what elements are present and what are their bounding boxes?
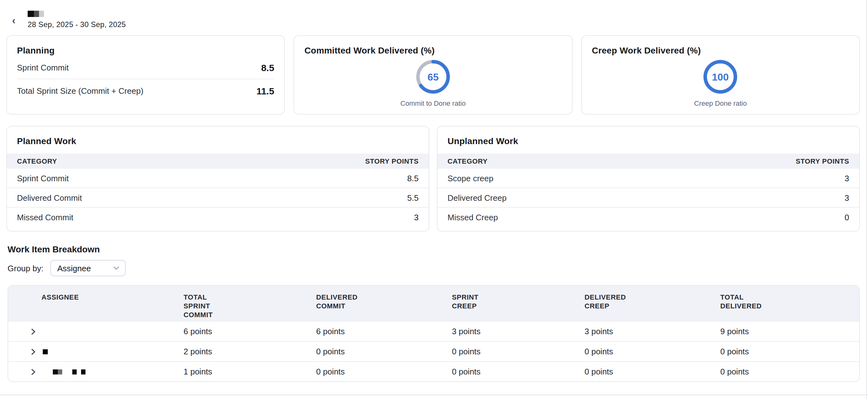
cell-sprint-creep: 3 points <box>452 326 585 336</box>
breakdown-table: ASSIGNEE TOTAL SPRINT COMMIT DELIVERED C… <box>7 285 860 382</box>
chevron-right-icon <box>30 348 36 354</box>
row-category: Missed Commit <box>17 212 73 222</box>
work-item-breakdown-title: Work Item Breakdown <box>7 244 860 254</box>
planned-work-card: Planned Work CATEGORY STORY POINTS Sprin… <box>6 126 429 232</box>
group-by-select[interactable]: Assignee <box>50 260 126 276</box>
row-points: 8.5 <box>407 173 418 183</box>
cell-delivered-creep: 0 points <box>585 347 720 356</box>
row-points: 5.5 <box>407 193 418 202</box>
breakdown-table-header: ASSIGNEE TOTAL SPRINT COMMIT DELIVERED C… <box>8 286 859 321</box>
col-category: CATEGORY <box>447 157 488 165</box>
row-category: Missed Creep <box>447 212 498 222</box>
unplanned-work-card: Unplanned Work CATEGORY STORY POINTS Sco… <box>437 126 860 232</box>
planned-work-header: CATEGORY STORY POINTS <box>7 153 429 169</box>
planned-work-title: Planned Work <box>7 126 429 153</box>
row-points: 3 <box>414 212 418 222</box>
expand-row-button[interactable] <box>25 348 41 354</box>
scroll-edge-line <box>866 0 867 399</box>
creep-work-card: Creep Work Delivered (%) 100 Creep Done … <box>581 35 860 115</box>
assignee-redacted <box>41 349 184 354</box>
gauge-value: 100 <box>712 72 729 83</box>
col-story-points: STORY POINTS <box>365 157 418 165</box>
row-points: 0 <box>845 212 849 222</box>
assignee-redacted <box>41 369 184 374</box>
row-category: Delivered Creep <box>447 193 506 202</box>
chevron-down-icon <box>113 265 119 271</box>
committed-work-gauge: 65 <box>414 58 452 96</box>
metric-label: Total Sprint Size (Commit + Creep) <box>17 86 143 95</box>
planning-card-title: Planning <box>17 45 274 55</box>
planning-card: Planning Sprint Commit 8.5 Total Sprint … <box>6 35 285 115</box>
row-category: Sprint Commit <box>17 173 69 183</box>
metric-value: 8.5 <box>261 62 274 73</box>
table-row: Delivered Creep 3 <box>437 188 859 208</box>
cell-sprint-creep: 0 points <box>452 347 585 356</box>
sprint-title-redacted <box>28 11 126 17</box>
unplanned-work-title: Unplanned Work <box>437 126 859 153</box>
gauge-caption: Creep Done ratio <box>694 99 747 107</box>
chevron-right-icon <box>30 328 36 335</box>
cell-total-delivered: 0 points <box>720 367 859 376</box>
table-row: Missed Commit 3 <box>7 208 429 227</box>
chevron-right-icon <box>30 369 36 375</box>
table-row: Scope creep 3 <box>437 169 859 188</box>
metric-row-sprint-commit: Sprint Commit 8.5 <box>17 56 274 79</box>
creep-work-gauge: 100 <box>702 58 740 96</box>
col-assignee: ASSIGNEE <box>41 293 91 302</box>
cell-delivered-creep: 0 points <box>585 367 720 376</box>
col-total-sprint-commit: TOTAL SPRINT COMMIT <box>184 293 232 319</box>
cell-sprint-creep: 0 points <box>452 367 585 376</box>
cell-delivered-commit: 6 points <box>316 326 452 336</box>
col-category: CATEGORY <box>17 157 57 165</box>
committed-work-card: Committed Work Delivered (%) 65 Commit t… <box>294 35 572 115</box>
row-points: 3 <box>845 173 849 183</box>
metric-row-total-sprint-size: Total Sprint Size (Commit + Creep) 11.5 <box>17 79 274 102</box>
metric-label: Sprint Commit <box>17 63 69 72</box>
cell-delivered-commit: 0 points <box>316 367 452 376</box>
committed-work-card-title: Committed Work Delivered (%) <box>305 45 562 55</box>
col-story-points: STORY POINTS <box>796 157 849 165</box>
breakdown-row: 2 points 0 points 0 points 0 points 0 po… <box>8 341 859 361</box>
col-delivered-commit: DELIVERED COMMIT <box>316 293 365 310</box>
row-category: Delivered Commit <box>17 193 82 202</box>
breakdown-row: 6 points 6 points 3 points 3 points 9 po… <box>8 321 859 341</box>
table-row: Sprint Commit 8.5 <box>7 169 429 188</box>
bottom-divider <box>0 395 868 395</box>
sprint-report-page: ‹ 28 Sep, 2025 - 30 Sep, 2025 Planning S… <box>0 0 868 399</box>
col-total-delivered: TOTAL DELIVERED <box>720 293 769 310</box>
table-row: Delivered Commit 5.5 <box>7 188 429 208</box>
gauge-value: 65 <box>427 72 439 83</box>
row-category: Scope creep <box>447 173 493 183</box>
expand-row-button[interactable] <box>25 328 41 335</box>
cell-total-delivered: 0 points <box>720 347 859 356</box>
gauge-caption: Commit to Done ratio <box>400 99 466 107</box>
col-delivered-creep: DELIVERED CREEP <box>585 293 633 310</box>
cell-total-sprint-commit: 2 points <box>184 347 316 356</box>
back-button[interactable]: ‹ <box>8 15 20 26</box>
expand-row-button[interactable] <box>25 369 41 375</box>
cell-total-sprint-commit: 6 points <box>184 326 316 336</box>
table-row: Missed Creep 0 <box>437 208 859 227</box>
metric-value: 11.5 <box>256 85 274 96</box>
creep-work-card-title: Creep Work Delivered (%) <box>592 45 849 55</box>
row-points: 3 <box>845 193 849 202</box>
breakdown-row: 1 points 0 points 0 points 0 points 0 po… <box>8 361 859 381</box>
cell-delivered-creep: 3 points <box>585 326 720 336</box>
cell-total-delivered: 9 points <box>720 326 859 336</box>
page-header: ‹ 28 Sep, 2025 - 30 Sep, 2025 <box>0 0 868 29</box>
unplanned-work-header: CATEGORY STORY POINTS <box>437 153 859 169</box>
col-sprint-creep: SPRINT CREEP <box>452 293 501 310</box>
group-by-label: Group by: <box>7 263 43 273</box>
group-by-selected-value: Assignee <box>57 263 91 273</box>
sprint-date-range: 28 Sep, 2025 - 30 Sep, 2025 <box>28 20 126 29</box>
cell-delivered-commit: 0 points <box>316 347 452 356</box>
cell-total-sprint-commit: 1 points <box>184 367 316 376</box>
